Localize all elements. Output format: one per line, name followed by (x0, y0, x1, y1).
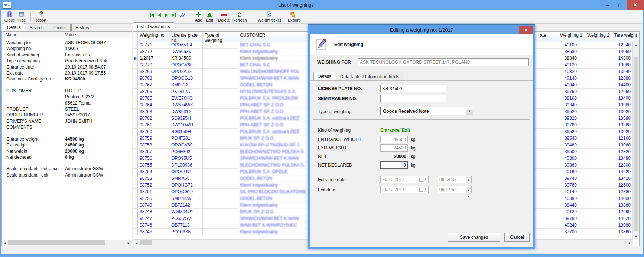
semitrailer-field[interactable] (380, 95, 446, 102)
cell-weighing-no[interactable]: 98757 (138, 149, 169, 155)
cell-weighing-1[interactable]: 38440 (552, 202, 579, 209)
cell-type-of-weighing[interactable] (203, 102, 238, 109)
hide-button[interactable]: Hide (17, 11, 26, 22)
cell-license-plate[interactable]: EWE70KG (169, 95, 203, 102)
cell-tare-weight[interactable]: 13420 (606, 175, 633, 182)
cell-license-plate[interactable]: SMI74KW (169, 195, 203, 202)
cell-weighing-2[interactable] (579, 82, 606, 89)
weight-ticket-button[interactable]: Weight ticket (258, 11, 281, 22)
export-button[interactable]: Export (288, 11, 300, 22)
dialog-close-button[interactable]: ✕ (519, 26, 533, 34)
scroll-left-icon[interactable]: ◄ (133, 240, 140, 246)
cell-license-plate[interactable]: OPOCG10 (169, 189, 203, 195)
cell-type-of-weighing[interactable] (203, 155, 238, 162)
cell-weighing-no[interactable]: 98766 (138, 89, 169, 95)
cell-weighing-2[interactable] (579, 109, 606, 115)
scroll-right-icon[interactable]: ► (627, 240, 633, 246)
cell-weighing-no[interactable]: 98755 (138, 162, 169, 169)
header-type-of-weighing[interactable]: Type of weighing (203, 32, 238, 42)
cell-weighing-2[interactable] (579, 209, 606, 215)
header-weighing-1[interactable]: Weighing 1 (558, 32, 585, 42)
cell-tare-weight[interactable]: 14620 (606, 215, 633, 222)
scroll-right-icon[interactable]: ► (126, 240, 132, 246)
cell-weighing-no[interactable]: 98772 (138, 49, 169, 55)
cell-weighing-1[interactable]: 39740 (552, 175, 579, 182)
cell-license-plate[interactable]: OB72142 (169, 202, 203, 209)
apply-check-icon[interactable] (179, 13, 186, 17)
cell-weighing-1[interactable]: 39320 (552, 115, 579, 122)
cell-tare-weight[interactable]: 12960 (606, 89, 633, 95)
cell-type-of-weighing[interactable] (203, 75, 238, 82)
cell-type-of-weighing[interactable] (203, 109, 238, 115)
cell-type-of-weighing[interactable] (203, 62, 238, 69)
cell-weighing-no[interactable]: 98756 (138, 155, 169, 162)
cell-license-plate[interactable]: PO537SV (169, 215, 203, 222)
cell-type-of-weighing[interactable] (203, 115, 238, 122)
exit-time-spinner[interactable]: 09:17:55 ▲▼ (438, 186, 472, 193)
cell-weighing-no[interactable]: 98764 (138, 102, 169, 109)
cell-weighing-1[interactable]: 39460 (552, 142, 579, 149)
cell-type-of-weighing[interactable] (203, 229, 238, 235)
cell-weighing-2[interactable] (579, 155, 606, 162)
tab-list-of-weighings[interactable]: List of weighings (133, 22, 174, 30)
cell-weighing-1[interactable]: 40140 (552, 75, 579, 82)
cell-weighing-2[interactable] (579, 135, 606, 142)
cell-license-plate[interactable]: SG3159H (169, 129, 203, 135)
header-tare-weight[interactable]: Tare weight (612, 32, 639, 42)
cell-license-plate[interactable]: OPO6VC4 (169, 42, 203, 49)
previous-record-icon[interactable] (157, 13, 162, 17)
cell-type-of-weighing[interactable] (203, 189, 238, 195)
cell-weighing-no[interactable]: 98768 (138, 75, 169, 82)
cell-weighing-1[interactable]: 40240 (552, 222, 579, 229)
cell-type-of-weighing[interactable] (203, 82, 238, 89)
cell-weighing-1[interactable]: 39860 (552, 162, 579, 169)
chevron-down-icon[interactable]: ▼ (466, 107, 473, 115)
scroll-down-icon[interactable]: ▼ (633, 233, 639, 240)
edit-button[interactable]: Edit (206, 11, 213, 22)
cell-weighing-1[interactable]: 39520 (552, 109, 579, 115)
cell-weighing-2[interactable] (579, 149, 606, 155)
refresh-button[interactable]: Refresh (232, 11, 247, 22)
cancel-button[interactable]: Cancel (504, 233, 530, 242)
cell-type-of-weighing[interactable] (203, 42, 238, 49)
cell-license-plate[interactable]: DW8031X (169, 109, 203, 115)
cell-license-plate[interactable]: OPO2AJ2 (169, 69, 203, 75)
cell-tare-weight[interactable]: 12960 (606, 209, 633, 215)
cell-type-of-weighing[interactable] (203, 55, 238, 62)
cell-tare-weight[interactable]: 13020 (606, 129, 633, 135)
cell-license-plate[interactable]: SMI27S9 (169, 82, 203, 89)
calendar-icon[interactable]: ▼ (418, 187, 428, 192)
cell-weighing-2[interactable] (579, 182, 606, 189)
cell-weighing-2[interactable] (579, 69, 606, 75)
tab-photos[interactable]: Photos (49, 24, 71, 31)
scrollbar-thumb[interactable] (140, 240, 152, 245)
cell-weighing-no[interactable]: 98754 (138, 169, 169, 175)
cell-weighing-no[interactable]: 98749 (138, 202, 169, 209)
minimize-button[interactable]: – (601, 0, 614, 10)
scrollbar-thumb[interactable] (634, 57, 638, 231)
cell-tare-weight[interactable]: 13400 (606, 95, 633, 102)
exit-date-picker[interactable]: 20.10.2017 ▼ (380, 186, 429, 193)
cell-tare-weight[interactable]: 13060 (606, 62, 633, 69)
report-button[interactable]: Report (34, 11, 46, 22)
cell-license-plate[interactable]: SG9395H (169, 115, 203, 122)
cell-weighing-no[interactable]: 98761 (138, 122, 169, 129)
cell-weighing-2[interactable] (579, 202, 606, 209)
cell-weighing-no[interactable]: 98753 (138, 175, 169, 182)
cell-weighing-2[interactable] (579, 195, 606, 202)
cell-weighing-2[interactable] (579, 62, 606, 69)
cell-weighing-2[interactable] (579, 55, 606, 62)
cell-weighing-1[interactable]: 40140 (552, 189, 579, 195)
calendar-icon[interactable]: ▼ (418, 177, 428, 182)
cell-license-plate[interactable]: OPOGV60 (169, 142, 203, 149)
cell-weighing-2[interactable] (579, 95, 606, 102)
type-of-weighing-select[interactable]: Goods Received Note ▼ (380, 107, 473, 115)
cell-tare-weight[interactable]: 12800 (606, 162, 633, 169)
cell-weighing-2[interactable] (579, 189, 606, 195)
cell-type-of-weighing[interactable] (203, 202, 238, 209)
cell-weighing-1[interactable]: 39520 (552, 129, 579, 135)
cell-weighing-1[interactable]: 40160 (552, 169, 579, 175)
cell-weighing-2[interactable] (579, 175, 606, 182)
cell-weighing-1[interactable]: 40120 (552, 62, 579, 69)
entrance-time-spinner[interactable]: 08:54:07 ▲▼ (438, 176, 472, 183)
